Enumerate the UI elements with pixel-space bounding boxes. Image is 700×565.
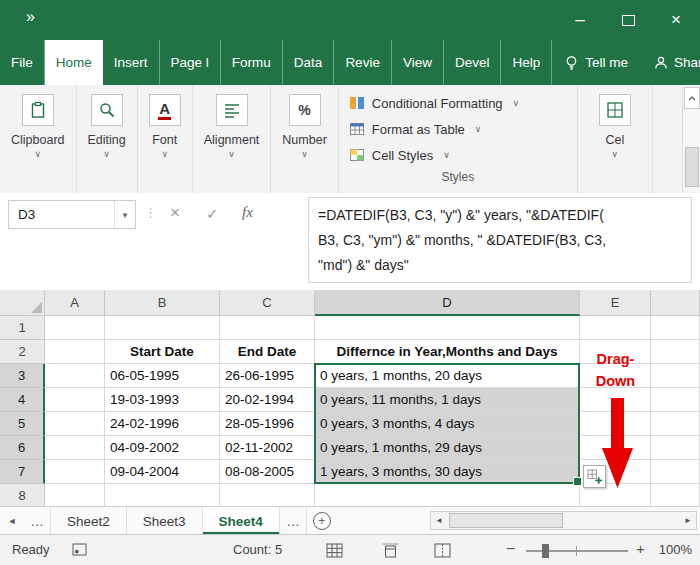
cell-B2[interactable]: Start Date (105, 340, 220, 364)
column-header-B[interactable]: B (105, 290, 220, 316)
cell-B6[interactable]: 04-09-2002 (105, 436, 220, 460)
cell-A1[interactable] (45, 316, 105, 340)
tab-formulas[interactable]: Formu (221, 40, 283, 85)
normal-view-button[interactable] (322, 541, 346, 560)
cell-D8[interactable] (315, 484, 580, 506)
scroll-up-button[interactable] (684, 87, 700, 109)
cell-B8[interactable] (105, 484, 220, 506)
cell-B5[interactable]: 24-02-1996 (105, 412, 220, 436)
fill-handle[interactable] (573, 477, 582, 486)
tab-view[interactable]: View (392, 40, 444, 85)
cell-A4[interactable] (45, 388, 105, 412)
cell-C7[interactable]: 08-08-2005 (220, 460, 315, 484)
zoom-in-button[interactable]: + (636, 540, 645, 557)
cell-B7[interactable]: 09-04-2004 (105, 460, 220, 484)
sheet-tab-sheet4[interactable]: Sheet4 (203, 507, 280, 535)
cell[interactable] (651, 316, 700, 340)
cell[interactable] (651, 460, 700, 484)
zoom-out-button[interactable]: − (506, 540, 515, 558)
row-header-5[interactable]: 5 (0, 412, 45, 436)
ribbon-group-number[interactable]: % Number ∨ (271, 85, 338, 193)
page-layout-view-button[interactable] (378, 541, 402, 560)
share-button[interactable]: Share (640, 40, 700, 85)
name-box-dropdown-icon[interactable]: ▾ (114, 201, 135, 228)
tab-page-layout[interactable]: Page l (160, 40, 221, 85)
cell-D5[interactable]: 0 years, 3 months, 4 days (315, 412, 580, 436)
cancel-button[interactable]: × (170, 203, 180, 223)
hscroll-right-icon[interactable]: ► (680, 512, 696, 529)
tab-insert[interactable]: Insert (103, 40, 160, 85)
cell-C1[interactable] (220, 316, 315, 340)
sheet-nav-left-icon[interactable]: ◄ (0, 507, 24, 535)
enter-button[interactable]: ✓ (206, 205, 219, 223)
format-as-table-button[interactable]: Format as Table ∨ (349, 116, 482, 142)
cell[interactable] (651, 412, 700, 436)
cell-D6[interactable]: 0 years, 1 months, 29 days (315, 436, 580, 460)
ribbon-group-clipboard[interactable]: Clipboard ∨ (0, 85, 77, 193)
formula-input[interactable]: =DATEDIF(B3, C3, "y") &" years, "&DATEDI… (308, 197, 692, 283)
sheet-overflow-left[interactable]: … (24, 507, 51, 535)
cell-A2[interactable] (45, 340, 105, 364)
cell-A3[interactable] (45, 364, 105, 388)
sheet-tab-sheet3[interactable]: Sheet3 (127, 507, 203, 535)
cell-C6[interactable]: 02-11-2002 (220, 436, 315, 460)
cell-C4[interactable]: 20-02-1994 (220, 388, 315, 412)
column-header-A[interactable]: A (45, 290, 105, 316)
new-sheet-button[interactable]: + (307, 507, 337, 535)
cell-A6[interactable] (45, 436, 105, 460)
tab-file[interactable]: File (0, 40, 45, 85)
cell[interactable] (651, 436, 700, 460)
row-header-4[interactable]: 4 (0, 388, 45, 412)
row-header-3[interactable]: 3 (0, 364, 45, 388)
cell-D7[interactable]: 1 years, 3 months, 30 days (315, 460, 580, 484)
tab-review[interactable]: Revie (334, 40, 392, 85)
ribbon-scrollbar-thumb[interactable] (685, 147, 699, 187)
cell-A7[interactable] (45, 460, 105, 484)
column-header-D[interactable]: D (315, 290, 580, 316)
zoom-slider[interactable] (526, 535, 628, 565)
tab-home[interactable]: Home (45, 40, 103, 85)
autofill-options-button[interactable] (583, 465, 606, 488)
ribbon-group-font[interactable]: A Font ∨ (138, 85, 193, 193)
cell[interactable] (651, 340, 700, 364)
close-button[interactable]: × (652, 0, 700, 40)
cell[interactable] (651, 484, 700, 506)
sheet-overflow-right[interactable]: … (280, 507, 307, 535)
sheet-tab-sheet2[interactable]: Sheet2 (51, 507, 127, 535)
row-header-6[interactable]: 6 (0, 436, 45, 460)
minimize-button[interactable]: – (556, 0, 604, 40)
cell[interactable] (651, 364, 700, 388)
select-all-corner[interactable] (0, 290, 45, 316)
column-header-C[interactable]: C (220, 290, 315, 316)
ribbon-group-editing[interactable]: Editing ∨ (77, 85, 138, 193)
hscroll-left-icon[interactable]: ◄ (431, 512, 447, 529)
cell[interactable] (651, 388, 700, 412)
row-header-2[interactable]: 2 (0, 340, 45, 364)
hscroll-track[interactable] (447, 512, 680, 529)
cell-D1[interactable] (315, 316, 580, 340)
row-header-1[interactable]: 1 (0, 316, 45, 340)
cell-B3[interactable]: 06-05-1995 (105, 364, 220, 388)
cell-B1[interactable] (105, 316, 220, 340)
insert-function-button[interactable]: fx (242, 204, 253, 221)
macro-record-button[interactable] (72, 543, 87, 559)
row-header-8[interactable]: 8 (0, 484, 45, 506)
quick-access-toolbar-chevron-icon[interactable]: » (26, 8, 35, 26)
cell-styles-button[interactable]: Cell Styles ∨ (349, 142, 450, 168)
cell-D3[interactable]: 0 years, 1 months, 20 days (315, 364, 580, 388)
tab-help[interactable]: Help (501, 40, 552, 85)
cell-C2[interactable]: End Date (220, 340, 315, 364)
cell-D4[interactable]: 0 years, 11 months, 1 days (315, 388, 580, 412)
column-header-partial[interactable] (651, 290, 700, 316)
cell-B4[interactable]: 19-03-1993 (105, 388, 220, 412)
cell-E1[interactable] (580, 316, 651, 340)
maximize-button[interactable] (604, 0, 652, 40)
ribbon-group-cells[interactable]: Cel ∨ (578, 85, 653, 193)
tell-me-button[interactable]: Tell me (552, 40, 640, 85)
ribbon-group-alignment[interactable]: Alignment ∨ (193, 85, 272, 193)
cell-A8[interactable] (45, 484, 105, 506)
tab-developer[interactable]: Devel (444, 40, 502, 85)
tab-data[interactable]: Data (283, 40, 335, 85)
page-break-preview-button[interactable] (430, 541, 454, 560)
cell-A5[interactable] (45, 412, 105, 436)
